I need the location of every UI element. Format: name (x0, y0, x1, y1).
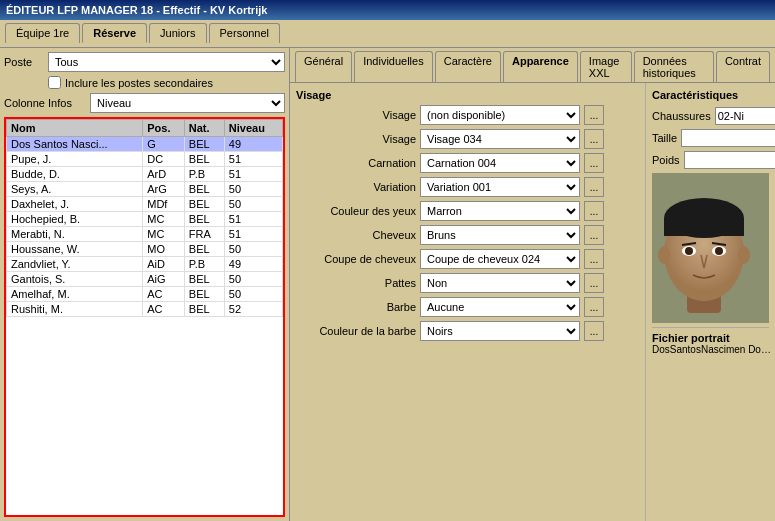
portrait-label: Fichier portrait (652, 332, 769, 344)
appearance-field-8: BarbeAucune... (296, 297, 639, 317)
table-row[interactable]: Amelhaf, M.ACBEL50 (7, 287, 283, 302)
field-ellipsis-btn[interactable]: ... (584, 105, 604, 125)
table-row[interactable]: Rushiti, M.ACBEL52 (7, 302, 283, 317)
appearance-field-6: Coupe de cheveuxCoupe de cheveux 024... (296, 249, 639, 269)
poste-row: Poste Tous (4, 52, 285, 72)
tab-caractere[interactable]: Caractère (435, 51, 501, 82)
head-3d-svg (649, 183, 759, 323)
field-dropdown[interactable]: (non disponible) (420, 105, 580, 125)
right-tab-bar: Général Individuelles Caractère Apparenc… (290, 48, 775, 83)
field-dropdown[interactable]: Aucune (420, 297, 580, 317)
appearance-field-9: Couleur de la barbeNoirs... (296, 321, 639, 341)
field-label: Cheveux (296, 229, 416, 241)
charact-title: Caractéristiques (652, 89, 769, 101)
top-tab-bar: Équipe 1re Réserve Juniors Personnel (0, 20, 775, 47)
table-row[interactable]: Daxhelet, J.MDfBEL50 (7, 197, 283, 212)
charact-field-input[interactable] (681, 129, 775, 147)
field-ellipsis-btn[interactable]: ... (584, 201, 604, 221)
charact-field-label: Poids (652, 154, 680, 166)
field-label: Barbe (296, 301, 416, 313)
field-ellipsis-btn[interactable]: ... (584, 153, 604, 173)
colonne-label: Colonne Infos (4, 97, 84, 109)
field-ellipsis-btn[interactable]: ... (584, 129, 604, 149)
table-row[interactable]: Gantois, S.AiGBEL50 (7, 272, 283, 287)
field-ellipsis-btn[interactable]: ... (584, 273, 604, 293)
field-dropdown[interactable]: Coupe de cheveux 024 (420, 249, 580, 269)
postes-secondaires-checkbox[interactable] (48, 76, 61, 89)
characteristics-panel: Caractéristiques ChaussuresTaillePoids (645, 83, 775, 521)
poste-label: Poste (4, 56, 42, 68)
table-row[interactable]: Budde, D.ArDP.B51 (7, 167, 283, 182)
tab-juniors[interactable]: Juniors (149, 23, 206, 43)
colonne-dropdown[interactable]: Niveau (90, 93, 285, 113)
tab-general[interactable]: Général (295, 51, 352, 82)
field-dropdown[interactable]: Bruns (420, 225, 580, 245)
appearance-field-2: CarnationCarnation 004... (296, 153, 639, 173)
table-row[interactable]: Dos Santos Nasci...GBEL49 (7, 137, 283, 152)
charact-field-1: Taille (652, 129, 769, 147)
content-area: Poste Tous Inclure les postes secondaire… (0, 47, 775, 521)
tab-individuelles[interactable]: Individuelles (354, 51, 433, 82)
charact-field-2: Poids (652, 151, 769, 169)
charact-field-0: Chaussures (652, 107, 769, 125)
table-row[interactable]: Houssane, W.MOBEL50 (7, 242, 283, 257)
title-text: ÉDITEUR LFP MANAGER 18 - Effectif - KV K… (6, 4, 267, 16)
table-row[interactable]: Pupe, J.DCBEL51 (7, 152, 283, 167)
head-3d-area (652, 173, 769, 323)
field-label: Coupe de cheveux (296, 253, 416, 265)
field-dropdown[interactable]: Visage 034 (420, 129, 580, 149)
tab-donnees-historiques[interactable]: Données historiques (634, 51, 714, 82)
table-row[interactable]: Hochepied, B.MCBEL51 (7, 212, 283, 227)
table-row[interactable]: Merabti, N.MCFRA51 (7, 227, 283, 242)
field-dropdown[interactable]: Non (420, 273, 580, 293)
field-label: Visage (296, 109, 416, 121)
visage-section-title: Visage (296, 89, 639, 101)
field-dropdown[interactable]: Marron (420, 201, 580, 221)
field-ellipsis-btn[interactable]: ... (584, 321, 604, 341)
field-ellipsis-btn[interactable]: ... (584, 225, 604, 245)
tab-apparence[interactable]: Apparence (503, 51, 578, 82)
charact-field-input[interactable] (715, 107, 775, 125)
field-ellipsis-btn[interactable]: ... (584, 297, 604, 317)
tab-equipe-1re[interactable]: Équipe 1re (5, 23, 80, 43)
appearance-field-0: Visage(non disponible)... (296, 105, 639, 125)
appearance-field-3: VariationVariation 001... (296, 177, 639, 197)
table-row[interactable]: Seys, A.ArGBEL50 (7, 182, 283, 197)
charact-field-label: Chaussures (652, 110, 711, 122)
field-label: Variation (296, 181, 416, 193)
checkbox-label: Inclure les postes secondaires (65, 77, 213, 89)
right-panel: Général Individuelles Caractère Apparenc… (290, 48, 775, 521)
col-nom: Nom (7, 120, 143, 137)
field-label: Couleur de la barbe (296, 325, 416, 337)
svg-point-9 (715, 247, 723, 255)
colonne-row: Colonne Infos Niveau (4, 93, 285, 113)
tab-personnel[interactable]: Personnel (209, 23, 281, 43)
field-dropdown[interactable]: Variation 001 (420, 177, 580, 197)
svg-point-4 (658, 246, 670, 264)
field-label: Carnation (296, 157, 416, 169)
equipe-tabs: Équipe 1re Réserve Juniors Personnel (5, 23, 280, 43)
field-dropdown[interactable]: Noirs (420, 321, 580, 341)
player-table: Nom Pos. Nat. Niveau Dos Santos Nasci...… (4, 117, 285, 517)
field-label: Visage (296, 133, 416, 145)
appearance-field-5: CheveuxBruns... (296, 225, 639, 245)
portrait-section: Fichier portrait DosSantosNascimen Do-04… (652, 327, 769, 355)
tab-image-xxl[interactable]: Image XXL (580, 51, 632, 82)
right-content: Visage Visage(non disponible)...VisageVi… (290, 83, 775, 521)
field-label: Pattes (296, 277, 416, 289)
svg-point-8 (685, 247, 693, 255)
field-label: Couleur des yeux (296, 205, 416, 217)
col-nat: Nat. (184, 120, 224, 137)
appearance-field-1: VisageVisage 034... (296, 129, 639, 149)
charact-field-label: Taille (652, 132, 677, 144)
poste-dropdown[interactable]: Tous (48, 52, 285, 72)
charact-field-input[interactable] (684, 151, 775, 169)
field-ellipsis-btn[interactable]: ... (584, 177, 604, 197)
field-dropdown[interactable]: Carnation 004 (420, 153, 580, 173)
checkbox-row: Inclure les postes secondaires (48, 76, 285, 89)
tab-reserve[interactable]: Réserve (82, 23, 147, 43)
table-row[interactable]: Zandvliet, Y.AiDP.B49 (7, 257, 283, 272)
field-ellipsis-btn[interactable]: ... (584, 249, 604, 269)
svg-point-5 (738, 246, 750, 264)
tab-contrat[interactable]: Contrat (716, 51, 770, 82)
